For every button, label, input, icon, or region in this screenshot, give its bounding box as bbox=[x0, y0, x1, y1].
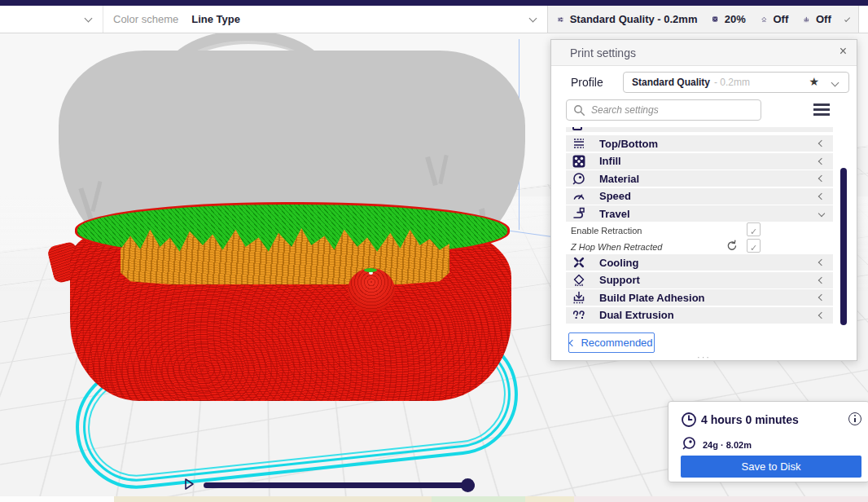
adhesion-icon bbox=[572, 291, 585, 304]
support-icon bbox=[572, 274, 585, 287]
build-plate-front-edge bbox=[0, 496, 868, 502]
settings-scrollbar[interactable] bbox=[840, 168, 847, 325]
ghost-detail bbox=[425, 156, 438, 186]
search-input[interactable] bbox=[591, 101, 754, 119]
sliders-icon bbox=[558, 13, 563, 26]
collapse-chevron-icon bbox=[818, 276, 825, 283]
cooling-icon bbox=[572, 256, 585, 269]
color-scheme-dropdown[interactable]: Color scheme Line Type bbox=[103, 6, 547, 33]
profile-select[interactable]: Standard Quality - 0.2mm ★ bbox=[623, 72, 849, 93]
simulation-slider-handle[interactable] bbox=[461, 478, 475, 492]
color-scheme-value: Line Type bbox=[191, 13, 240, 25]
settings-menu-icon[interactable] bbox=[813, 103, 830, 117]
print-settings-header[interactable]: Print settings × bbox=[551, 40, 857, 66]
infill-icon bbox=[572, 155, 585, 168]
recommended-label: Recommended bbox=[581, 337, 652, 349]
expand-chevron-icon bbox=[818, 210, 825, 217]
category-dual-extrusion[interactable]: Dual Extrusion bbox=[566, 307, 833, 324]
category-material[interactable]: Material bbox=[566, 170, 833, 187]
setting-enable-retraction[interactable]: Enable Retraction ✓ bbox=[566, 224, 833, 238]
chevron-left-icon bbox=[569, 339, 576, 346]
collapse-chevron-icon bbox=[818, 175, 825, 182]
print-settings-panel: Print settings × Profile Standard Qualit… bbox=[550, 39, 857, 361]
collapse-chevron-icon bbox=[818, 311, 825, 318]
category-build-plate-adhesion[interactable]: Build Plate Adhesion bbox=[566, 289, 833, 306]
print-settings-summary-bar[interactable]: Standard Quality - 0.2mm 20% Off bbox=[547, 6, 859, 33]
adhesion-icon bbox=[804, 12, 809, 27]
category-support[interactable]: Support bbox=[566, 272, 833, 288]
check-icon: ✓ bbox=[750, 227, 757, 236]
color-scheme-label: Color scheme bbox=[113, 13, 178, 25]
collapse-chevron-icon bbox=[818, 294, 825, 301]
ghost-detail bbox=[438, 155, 448, 184]
view-selector-dropdown[interactable] bbox=[0, 6, 103, 33]
preview-toolbar: Color scheme Line Type Standard Quality … bbox=[0, 6, 868, 33]
info-icon[interactable] bbox=[848, 412, 861, 425]
setting-z-hop-when-retracted[interactable]: Z Hop When Retracted ✓ bbox=[566, 240, 833, 254]
cura-preview-window: Color scheme Line Type Standard Quality … bbox=[0, 0, 868, 502]
star-icon[interactable]: ★ bbox=[809, 75, 819, 88]
print-settings-title: Print settings bbox=[570, 46, 636, 59]
search-settings-box bbox=[566, 99, 761, 121]
profile-label: Profile bbox=[571, 76, 603, 89]
collapse-chevron-icon bbox=[818, 259, 825, 266]
sliced-model-sphere-detail bbox=[348, 268, 395, 312]
recommended-button[interactable]: Recommended bbox=[568, 332, 655, 353]
top-bottom-icon bbox=[572, 137, 585, 150]
panel-resize-handle[interactable]: ··· bbox=[551, 354, 857, 360]
check-icon: ✓ bbox=[750, 243, 757, 253]
print-job-panel: 4 hours 0 minutes 24g · 8.02m Save to Di… bbox=[668, 401, 868, 482]
summary-adhesion: Off bbox=[816, 13, 831, 25]
window-top-strip bbox=[0, 0, 868, 6]
material-spool-icon bbox=[682, 436, 696, 450]
chevron-down-icon bbox=[85, 15, 93, 23]
summary-support: Off bbox=[774, 13, 789, 25]
close-icon[interactable]: × bbox=[840, 44, 847, 59]
travel-icon bbox=[572, 207, 585, 220]
collapse-chevron-icon bbox=[818, 157, 825, 164]
category-travel[interactable]: Travel bbox=[566, 205, 833, 222]
dual-extrusion-icon bbox=[572, 309, 585, 322]
category-row-partial[interactable] bbox=[566, 127, 833, 132]
z-hop-checkbox[interactable]: ✓ bbox=[747, 239, 761, 253]
enable-retraction-checkbox[interactable]: ✓ bbox=[747, 222, 761, 236]
material-icon bbox=[572, 172, 585, 185]
profile-suffix: - 0.2mm bbox=[714, 77, 750, 88]
chevron-down-icon bbox=[831, 79, 840, 87]
speed-icon bbox=[572, 190, 585, 203]
save-to-disk-button[interactable]: Save to Disk bbox=[681, 456, 861, 478]
profile-value: Standard Quality bbox=[632, 77, 710, 88]
category-cooling[interactable]: Cooling bbox=[566, 254, 833, 271]
collapse-chevron-icon bbox=[818, 192, 825, 199]
summary-profile: Standard Quality - 0.2mm bbox=[570, 13, 698, 25]
print-time-estimate: 4 hours 0 minutes bbox=[701, 413, 799, 426]
category-top-bottom[interactable]: Top/Bottom bbox=[566, 135, 833, 152]
chevron-down-icon bbox=[529, 15, 537, 23]
search-icon bbox=[573, 104, 585, 117]
summary-infill: 20% bbox=[725, 13, 746, 25]
revert-icon[interactable] bbox=[726, 240, 738, 251]
simulation-slider-track[interactable] bbox=[204, 482, 475, 488]
infill-icon bbox=[712, 12, 717, 26]
material-estimate: 24g · 8.02m bbox=[703, 440, 752, 450]
support-icon bbox=[761, 12, 767, 27]
category-speed[interactable]: Speed bbox=[566, 188, 833, 205]
play-simulation-button[interactable] bbox=[182, 478, 195, 491]
collapse-chevron-icon bbox=[818, 140, 825, 147]
chevron-down-icon bbox=[844, 16, 850, 22]
clock-icon bbox=[681, 412, 697, 428]
category-infill[interactable]: Infill bbox=[566, 153, 833, 170]
